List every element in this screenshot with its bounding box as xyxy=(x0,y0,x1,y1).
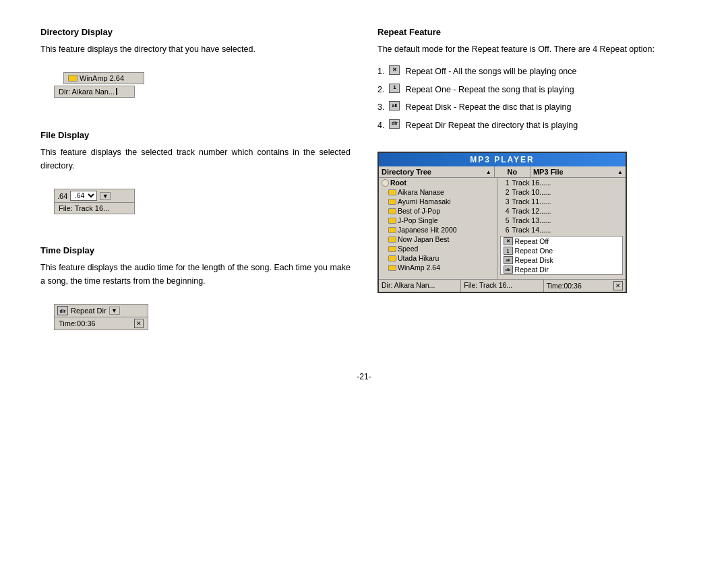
track-row-1[interactable]: 1 Track 16...... xyxy=(497,178,626,187)
track-row-4[interactable]: 4 Track 12...... xyxy=(497,206,626,216)
repeat-off-icon: ✕ xyxy=(389,65,400,75)
file-track-text: File: Track 16... xyxy=(59,204,109,212)
folder-icon xyxy=(68,75,78,82)
tree-item-nowjapan[interactable]: Now Japan Best xyxy=(379,235,497,244)
folder-icon-winamp xyxy=(388,265,396,271)
status-time: Time:00:36 ✕ xyxy=(544,280,626,292)
track-row-2[interactable]: 2 Track 10...... xyxy=(497,187,626,197)
track-row-3[interactable]: 3 Track 11...... xyxy=(497,197,626,206)
tree-item-aikara[interactable]: Aikara Nanase xyxy=(379,187,497,197)
dir-display-widget: WinAmp 2.64 Dir: Aikara Nan... xyxy=(54,72,144,99)
folder-icon-aikara xyxy=(388,189,396,195)
repeat-option-disk-row[interactable]: all Repeat Disk xyxy=(501,255,622,265)
stop-btn[interactable]: ✕ xyxy=(134,319,144,328)
tree-japanesehit-label: Japanese Hit 2000 xyxy=(398,226,457,234)
file-display-widget: .64 .64 ▼ File: Track 16... xyxy=(54,189,135,214)
rep-one-icon: 1 xyxy=(504,247,513,255)
tree-ayumi-label: Ayumi Hamasaki xyxy=(398,197,451,206)
tree-item-speed[interactable]: Speed xyxy=(379,244,497,253)
tree-item-bestjpop[interactable]: Best of J-Pop xyxy=(379,206,497,216)
folder-icon-speed xyxy=(388,246,396,252)
tree-root-label: Root xyxy=(390,179,406,187)
repeat-option-one: 2. 1 Repeat One - Repeat the song that i… xyxy=(377,82,688,98)
repeat-option-one-row[interactable]: 1 Repeat One xyxy=(501,246,622,255)
repeat-one-num: 2. xyxy=(377,82,384,98)
version-select[interactable]: .64 xyxy=(70,191,97,201)
tree-item-winamp[interactable]: WinAmp 2.64 xyxy=(379,263,497,272)
repeat-select-btn[interactable]: ▼ xyxy=(109,307,120,315)
dir-label: Dir: Aikara Nan... xyxy=(54,86,135,98)
track-no-1: 1 xyxy=(497,179,512,187)
file-display-section: File Display This feature displays the s… xyxy=(40,130,351,226)
tree-item-root[interactable]: Root xyxy=(379,178,497,187)
repeat-feature-section: Repeat Feature The default mode for the … xyxy=(377,27,688,133)
col-dir-label: Directory Tree xyxy=(382,168,431,176)
repeat-option-disk: 3. all Repeat Disk - Repeat the disc tha… xyxy=(377,100,688,115)
file-display-title: File Display xyxy=(40,130,351,140)
mp3-col-file-header: MP3 File ▲ xyxy=(530,166,626,177)
repeat-off-text: Repeat Off - All the songs will be playi… xyxy=(405,64,576,80)
track-no-2: 2 xyxy=(497,188,512,196)
repeat-disk-icon: all xyxy=(389,101,400,111)
file-sort-arrow[interactable]: ▲ xyxy=(617,169,623,175)
status-file: File: Track 16... xyxy=(461,280,543,292)
time-display-widget: dir Repeat Dir ▼ Time:00:36 ✕ xyxy=(54,304,148,330)
mp3-status-bar: Dir: Alkara Nan... File: Track 16... Tim… xyxy=(379,279,626,292)
right-column: Repeat Feature The default mode for the … xyxy=(377,27,688,361)
col-file-label: MP3 File xyxy=(533,168,564,176)
time-bottom-bar: Time:00:36 ✕ xyxy=(54,317,148,330)
repeat-feature-title: Repeat Feature xyxy=(377,27,688,37)
file-top-bar: .64 .64 ▼ xyxy=(54,189,135,203)
folder-icon-ayumi xyxy=(388,199,396,205)
rep-disk-label: Repeat Disk xyxy=(515,256,553,264)
file-bottom-bar: File: Track 16... xyxy=(54,203,135,214)
dir-row-dir: Dir: Aikara Nan... xyxy=(54,86,144,98)
time-top-bar: dir Repeat Dir ▼ xyxy=(54,304,148,317)
left-column: Directory Display This feature displays … xyxy=(40,27,351,361)
track-row-5[interactable]: 5 Track 13...... xyxy=(497,216,626,225)
folder-icon-utada xyxy=(388,255,396,261)
player-stop-btn[interactable]: ✕ xyxy=(613,281,623,290)
repeat-dir-text-list: Repeat Dir Repeat the directory that is … xyxy=(405,118,578,133)
repeat-one-text: Repeat One - Repeat the song that is pla… xyxy=(405,82,574,98)
repeat-dir-icon: dir xyxy=(57,306,68,315)
track-name-2: Track 10...... xyxy=(512,188,626,196)
repeat-options-list: 1. ✕ Repeat Off - All the songs will be … xyxy=(377,64,688,133)
file-nav-btn[interactable]: ▼ xyxy=(100,192,111,200)
tree-jpopsingle-label: J-Pop Single xyxy=(398,216,438,224)
track-name-3: Track 11...... xyxy=(512,197,626,206)
tree-item-jpopsingle[interactable]: J-Pop Single xyxy=(379,216,497,225)
repeat-option-dir-row[interactable]: dir Repeat Dir xyxy=(501,265,622,274)
track-row-6[interactable]: 6 Track 14...... xyxy=(497,225,626,235)
cursor-indicator xyxy=(116,88,117,95)
repeat-feature-intro: The default mode for the Repeat feature … xyxy=(377,42,688,56)
track-name-6: Track 14...... xyxy=(512,226,626,234)
tree-nowjapan-label: Now Japan Best xyxy=(398,235,449,243)
rep-dir-icon: dir xyxy=(504,266,513,274)
folder-icon-bestjpop xyxy=(388,208,396,214)
file-display-body: This feature displays the selected track… xyxy=(40,146,351,173)
track-no-5: 5 xyxy=(497,216,512,224)
repeat-dir-num: 4. xyxy=(377,118,384,133)
repeat-option-off-row[interactable]: ✕ Repeat Off xyxy=(501,237,622,246)
rep-off-icon: ✕ xyxy=(504,237,513,245)
mp3-col-no-header: No xyxy=(495,166,530,177)
mp3-player-title: MP3 PLAYER xyxy=(379,153,626,166)
time-display-body: This feature displays the audio time for… xyxy=(40,261,351,288)
dir-sort-arrow[interactable]: ▲ xyxy=(486,169,491,175)
track-no-3: 3 xyxy=(497,197,512,206)
tree-aikara-label: Aikara Nanase xyxy=(398,188,444,196)
tree-speed-label: Speed xyxy=(398,245,418,253)
tree-item-utada[interactable]: Utada Hikaru xyxy=(379,253,497,263)
time-text: Time:00:36 xyxy=(59,319,96,327)
repeat-disk-num: 3. xyxy=(377,100,384,115)
dir-display-section: Directory Display This feature displays … xyxy=(40,27,351,111)
tree-item-ayumi[interactable]: Ayumi Hamasaki xyxy=(379,197,497,206)
tree-item-japanesehit[interactable]: Japanese Hit 2000 xyxy=(379,225,497,235)
folder-icon-jpopsingle xyxy=(388,218,396,224)
repeat-one-icon: 1 xyxy=(389,84,400,93)
repeat-option-dir: 4. dir Repeat Dir Repeat the directory t… xyxy=(377,118,688,133)
folder-icon-nowjapan xyxy=(388,237,396,243)
root-folder-icon xyxy=(382,179,389,187)
repeat-dir-icon-list: dir xyxy=(389,119,400,129)
